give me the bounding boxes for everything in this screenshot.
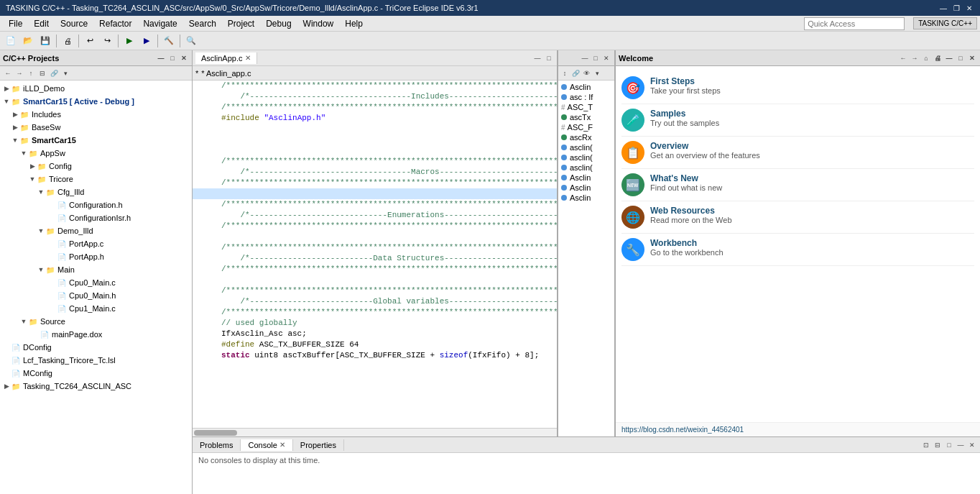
tree-item-smartcar15-root[interactable]: ▼ 📁 SmartCar15 [ Active - Debug ] <box>0 95 192 108</box>
outline-max-btn[interactable]: □ <box>591 53 601 63</box>
editor-tab-asclinapp[interactable]: AsclinApp.c ✕ <box>195 52 257 64</box>
tree-item-main[interactable]: ▼ 📁 Main <box>0 263 192 276</box>
bottom-tab-properties[interactable]: Properties <box>293 439 344 451</box>
close-button[interactable]: ✕ <box>964 3 974 13</box>
editor-min-btn[interactable]: — <box>532 53 542 63</box>
welcome-close-btn[interactable]: ✕ <box>967 53 977 63</box>
menu-navigate[interactable]: Navigate <box>137 16 182 31</box>
welcome-item-webresources[interactable]: 🌐 Web Resources Read more on the Web <box>621 201 974 234</box>
menu-file[interactable]: File <box>3 16 28 31</box>
console-close-btn[interactable]: ✕ <box>279 441 285 449</box>
outline-item-asclin4[interactable]: asclin( <box>558 163 614 173</box>
tree-item-config[interactable]: ▶ 📁 Config <box>0 160 192 173</box>
tree-menu-btn[interactable]: ▾ <box>60 68 70 78</box>
toolbar-print[interactable]: 🖨 <box>60 33 75 49</box>
code-editor[interactable]: /***************************************… <box>193 81 557 428</box>
editor-max-btn[interactable]: □ <box>544 53 554 63</box>
welcome-back-btn[interactable]: ← <box>898 53 908 63</box>
tree-collapse-btn[interactable]: ⊟ <box>37 68 47 78</box>
tree-item-configuration-h[interactable]: 📄 Configuration.h <box>0 198 192 211</box>
tree-back-btn[interactable]: ← <box>3 68 13 78</box>
panel-close-btn[interactable]: ✕ <box>179 53 189 63</box>
menu-source[interactable]: Source <box>55 16 93 31</box>
console-ctrl1[interactable]: ⊡ <box>921 440 931 450</box>
outline-item-asc[interactable]: asc : If <box>558 92 614 102</box>
tree-item-mainpage-dox[interactable]: 📄 mainPage.dox <box>0 328 192 341</box>
menu-help[interactable]: Help <box>339 16 369 31</box>
console-ctrl2[interactable]: ⊟ <box>933 440 943 450</box>
menu-search[interactable]: Search <box>183 16 222 31</box>
toolbar-undo[interactable]: ↩ <box>82 33 98 49</box>
minimize-button[interactable]: — <box>938 3 948 13</box>
tree-item-appsw[interactable]: ▼ 📁 AppSw <box>0 147 192 160</box>
outline-item-Asclin2[interactable]: Asclin <box>558 183 614 193</box>
tree-forward-btn[interactable]: → <box>14 68 24 78</box>
toolbar-new[interactable]: 📄 <box>3 33 19 49</box>
tree-item-cfg-illd[interactable]: ▼ 📁 Cfg_Illd <box>0 186 192 198</box>
bottom-tab-problems[interactable]: Problems <box>193 439 241 451</box>
menu-window[interactable]: Window <box>297 16 340 31</box>
toolbar-debug-run[interactable]: ▶ <box>139 33 154 49</box>
bottom-tab-console[interactable]: Console ✕ <box>241 439 292 451</box>
outline-link-btn[interactable]: 🔗 <box>570 68 581 78</box>
welcome-fwd-btn[interactable]: → <box>910 53 920 63</box>
tree-item-portapp-c[interactable]: 📄 PortApp.c <box>0 237 192 250</box>
tree-link-btn[interactable]: 🔗 <box>49 68 59 78</box>
menu-project[interactable]: Project <box>222 16 260 31</box>
toolbar-save[interactable]: 💾 <box>37 33 53 49</box>
welcome-print-btn[interactable]: 🖨 <box>933 53 943 63</box>
menu-edit[interactable]: Edit <box>28 16 55 31</box>
outline-item-Asclin3[interactable]: Asclin <box>558 193 614 203</box>
outline-item-asclin2[interactable]: asclin( <box>558 142 614 152</box>
menu-debug[interactable]: Debug <box>260 16 297 31</box>
tree-item-demo-illd[interactable]: ▼ 📁 Demo_Illd <box>0 224 192 237</box>
welcome-item-samples[interactable]: 🧪 Samples Try out the samples <box>621 104 974 137</box>
maximize-button[interactable]: ❐ <box>951 3 961 13</box>
outline-hide-btn[interactable]: 👁 <box>581 68 591 78</box>
toolbar-search[interactable]: 🔍 <box>183 33 199 49</box>
toolbar-build[interactable]: 🔨 <box>161 33 177 49</box>
outline-item-ascrx[interactable]: ascRx <box>558 132 614 142</box>
welcome-item-overview[interactable]: 📋 Overview Get an overview of the featur… <box>621 137 974 169</box>
menu-refactor[interactable]: Refactor <box>93 16 137 31</box>
tree-up-btn[interactable]: ↑ <box>26 68 36 78</box>
tree-item-dconfig[interactable]: 📄 DConfig <box>0 341 192 354</box>
outline-item-ascf[interactable]: # ASC_F <box>558 122 614 132</box>
console-ctrl5[interactable]: ✕ <box>967 440 977 450</box>
tree-item-cpu0-main-h[interactable]: 📄 Cpu0_Main.h <box>0 289 192 302</box>
outline-close-btn[interactable]: ✕ <box>601 53 611 63</box>
tree-item-illd-demo[interactable]: ▶ 📁 iLLD_Demo <box>0 82 192 95</box>
panel-minimize-btn[interactable]: — <box>156 53 166 63</box>
quick-access-input[interactable] <box>804 17 905 30</box>
outline-item-asclin3[interactable]: asclin( <box>558 152 614 163</box>
tab-close-btn[interactable]: ✕ <box>245 54 251 62</box>
console-ctrl3[interactable]: □ <box>944 440 954 450</box>
tree-item-portapp-h[interactable]: 📄 PortApp.h <box>0 250 192 263</box>
tree-item-includes[interactable]: ▶ 📁 Includes <box>0 108 192 121</box>
tree-item-mconfig[interactable]: 📄 MConfig <box>0 367 192 380</box>
welcome-item-whatsnew[interactable]: 🆕 What's New Find out what is new <box>621 169 974 201</box>
outline-sort-btn[interactable]: ↕ <box>560 68 570 78</box>
welcome-footer[interactable]: https://blog.csdn.net/weixin_44562401 <box>616 422 980 436</box>
toolbar-redo[interactable]: ↪ <box>99 33 115 49</box>
tree-item-smartcar15-sub[interactable]: ▼ 📁 SmartCar15 <box>0 134 192 147</box>
tree-item-configisr-h[interactable]: 📄 ConfigurationIsr.h <box>0 211 192 224</box>
scrollbar-thumb-x[interactable] <box>194 430 237 436</box>
toolbar-run[interactable]: ▶ <box>121 33 137 49</box>
welcome-home-btn[interactable]: ⌂ <box>921 53 931 63</box>
outline-min-btn[interactable]: — <box>580 53 590 63</box>
outline-item-Asclin1[interactable]: Asclin <box>558 173 614 183</box>
perspective-button[interactable]: TASKING C/C++ <box>913 17 977 29</box>
outline-menu-btn[interactable]: ▾ <box>592 68 602 78</box>
outline-item-asctx[interactable]: ascTx <box>558 112 614 122</box>
tree-item-tricore[interactable]: ▼ 📁 Tricore <box>0 173 192 186</box>
console-ctrl4[interactable]: — <box>956 440 966 450</box>
outline-item-asclin1[interactable]: Asclin <box>558 82 614 92</box>
editor-scrollbar-x[interactable] <box>193 428 557 436</box>
panel-maximize-btn[interactable]: □ <box>167 53 177 63</box>
welcome-item-firststeps[interactable]: 🎯 First Steps Take your first steps <box>621 72 974 104</box>
tree-item-cpu1-main-c[interactable]: 📄 Cpu1_Main.c <box>0 302 192 315</box>
tree-item-basesw[interactable]: ▶ 📁 BaseSw <box>0 121 192 134</box>
welcome-min-btn[interactable]: — <box>944 53 954 63</box>
welcome-item-workbench[interactable]: 🔧 Workbench Go to the workbench <box>621 234 974 266</box>
